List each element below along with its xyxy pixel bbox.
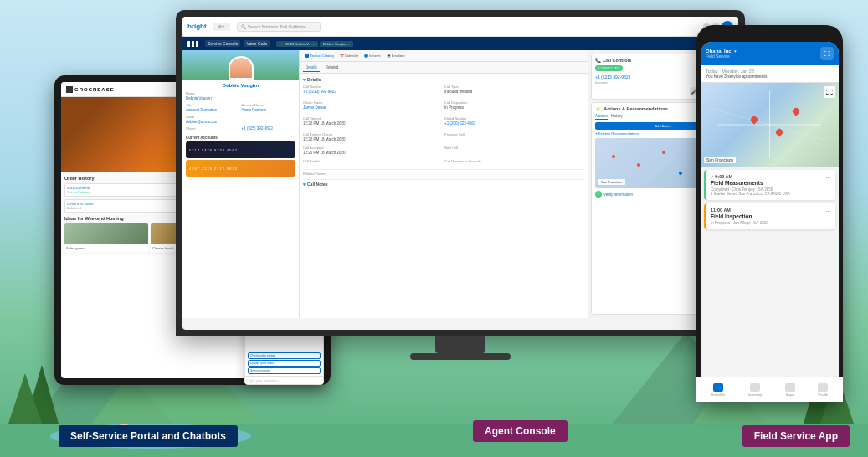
field-call-ended: Call Ended (303, 159, 443, 164)
field-disposition: Call Disposition In Progress (444, 100, 584, 112)
crm-tabs-bar: 📞 00:23 Debbie V... × Debbie Vaughn × (276, 41, 353, 47)
map-label: San Francisco (598, 179, 625, 185)
fsa-map: San Francisco ⛶ (701, 83, 839, 167)
field-call-started: Call Started 12:30 PM 18 March 2020 (303, 116, 443, 128)
fsa-appointment-1: ✓ 9:00 AM Field Measurements Completed ·… (704, 170, 835, 200)
maps-icon (785, 383, 795, 392)
contact-hero-bg (182, 50, 299, 80)
fsa-map-expand-icon[interactable]: ⛶ (824, 86, 835, 98)
crm-details-panel: ▾ Details Call Number +1 (5233) 392-9823… (300, 74, 588, 318)
appt-1-title: Field Measurements (711, 180, 790, 186)
actions-tab-history[interactable]: History (611, 114, 623, 120)
close-tab-icon[interactable]: × (313, 42, 315, 46)
appt-2-time: 11:00 AM (711, 208, 768, 213)
email-label: Email (186, 115, 295, 119)
crm-main-panel: Product Catalog 📅 Calendar 🔵 Intranet 💻 … (300, 50, 588, 318)
fields-row-2: Call Ended Call Duration in Seconds (303, 159, 584, 167)
details-section-title: ▾ Details (303, 77, 584, 82)
map-pin-1 (612, 155, 615, 158)
fsa-header: Ohana, Inc. ▾ Field Service ⛶ (701, 42, 839, 65)
related-record-section: Related Record (303, 169, 584, 176)
tab-calendar[interactable]: 📅 Calendar (338, 53, 360, 59)
crm-screen: bright All ▾ 🔍 Search Northern Trail Out… (182, 17, 738, 330)
crm-tab-contact[interactable]: Debbie Vaughn × (320, 41, 353, 47)
fsa-nav-profile[interactable]: Profile (818, 383, 828, 393)
field-call-type: Call Type Inbound Initiated (444, 85, 584, 96)
call-notes-section: ▾ Call Notes (303, 179, 584, 187)
current-accounts-title: Current Accounts (186, 136, 295, 140)
inventory-icon (750, 383, 760, 392)
fsa-expand-icon[interactable]: ⛶ (820, 47, 834, 60)
fsa-bottom-nav: Schedule Inventory Maps Profile (701, 377, 839, 392)
name-value: Debbie Vaughn (186, 96, 295, 100)
tab-details[interactable]: Details (303, 64, 320, 72)
fsa-appointment-2: 11:00 AM Field Inspection In Progress · … (704, 203, 835, 229)
hamburger-icon[interactable] (66, 86, 73, 93)
name-label: Name (186, 91, 295, 95)
email-value: debbie@acme.com (186, 120, 295, 124)
tab-related[interactable]: Related (323, 64, 342, 71)
verify-info-link[interactable]: Verify Information (603, 193, 633, 197)
profile-icon (818, 383, 828, 392)
details-grid: Call Number +1 (5233) 392-9823 Call Type… (303, 85, 584, 157)
verify-check-icon: ✓ (595, 191, 602, 198)
field-service-app: Ohana, Inc. ▾ Field Service ⛶ Today · Mo… (701, 42, 839, 392)
appt-2-title: Field Inspection (711, 213, 768, 219)
label-self-service: Self-Service Portal and Chatbots (59, 425, 238, 447)
field-next-call: Next Call (444, 146, 584, 155)
field-call-accepted: Call Accepted 12:31 PM 18 March 2020 (303, 146, 443, 155)
site-name: GROCREASE (74, 87, 115, 92)
contact-name: Debbie Vaughn (186, 83, 295, 88)
phone-frame: Ohana, Inc. ▾ Field Service ⛶ Today · Mo… (696, 25, 843, 402)
order-item-3: Lunch Kits - Work Delivered (64, 199, 192, 213)
fsa-date-bar: Today · Monday, Jan 28 You have 3 servic… (701, 65, 839, 83)
fsa-nav-schedule[interactable]: Schedule (711, 383, 726, 393)
phone-screen: Ohana, Inc. ▾ Field Service ⛶ Today · Mo… (701, 42, 839, 392)
phone-notch (753, 32, 787, 39)
schedule-icon (713, 383, 723, 392)
call-connected-badge: CONNECTED (595, 65, 623, 71)
app-grid-icon[interactable] (187, 41, 199, 47)
fsa-appointment-count: You have 3 service appointments (706, 74, 834, 79)
chat-input-area[interactable]: Type your message... (245, 376, 323, 384)
nav-item-service-console[interactable]: Service Console (205, 40, 240, 47)
appt-1-time: ✓ 9:00 AM (711, 174, 790, 179)
monitor-frame: bright All ▾ 🔍 Search Northern Trail Out… (176, 10, 745, 336)
crm-logo: bright (187, 23, 207, 30)
close-tab-icon-2[interactable]: × (347, 42, 349, 46)
idea-card-1: Salad greens (64, 223, 148, 252)
appt-1-more-icon[interactable]: ··· (825, 174, 831, 182)
crm-topbar: bright All ▾ 🔍 Search Northern Trail Out… (182, 17, 738, 37)
map-pin-4 (679, 172, 682, 175)
nav-item-voice-calls[interactable]: Voice Calls (244, 40, 270, 47)
appt-1-address: 1 Market Street, San Francisco, CA 94105… (711, 192, 790, 196)
map-pin-2 (637, 163, 640, 167)
appt-2-status: In Progress · Jon Allegri · SA-2923 (711, 221, 768, 225)
map-roads (701, 83, 839, 167)
crm-search-bar[interactable]: 🔍 Search Northern Trail Outfitters (237, 22, 321, 32)
tab-product-catalog[interactable]: Product Catalog (303, 53, 336, 59)
map-pin-3 (662, 151, 665, 154)
fsa-appointments-list: ✓ 9:00 AM Field Measurements Completed ·… (701, 167, 839, 236)
tab-emulator[interactable]: 💻 Emulator (385, 53, 407, 59)
appt-2-more-icon[interactable]: ··· (825, 208, 831, 215)
crm-feature-tabs: Product Catalog 📅 Calendar 🔵 Intranet 💻 … (300, 50, 588, 62)
fsa-service-type: Field Service (706, 54, 737, 59)
tab-intranet[interactable]: 🔵 Intranet (362, 53, 383, 59)
contact-fields-grid: Title Account Executive Account Name Acm… (186, 103, 295, 115)
credit-card-2: 4987 2228 2112 9823 (186, 160, 295, 177)
account-field: Account Name Acme Partners (242, 103, 296, 115)
fsa-nav-inventory[interactable]: Inventory (748, 383, 762, 393)
actions-tab-actions[interactable]: Actions (595, 114, 608, 120)
credit-card-1: 5214 5476 9733 4567 (186, 141, 295, 158)
fsa-nav-maps[interactable]: Maps (785, 383, 795, 393)
crm-body: Debbie Vaughn Name Debbie Vaughn Title A… (182, 50, 738, 318)
field-dialed-number: Dialed Number +1 (200) 623-4563 (444, 116, 584, 128)
monitor-stand (435, 336, 485, 353)
nav-dropdown[interactable]: All ▾ (213, 23, 230, 31)
crm-nav: Service Console Voice Calls 📞 00:23 Debb… (182, 37, 738, 50)
crm-tab-call[interactable]: 📞 00:23 Debbie V... × (276, 41, 318, 47)
crm-left-panel: Debbie Vaughn Name Debbie Vaughn Title A… (182, 50, 300, 318)
phone-device: Ohana, Inc. ▾ Field Service ⛶ Today · Mo… (696, 25, 843, 418)
field-duration: Call Duration in Seconds (444, 159, 584, 164)
